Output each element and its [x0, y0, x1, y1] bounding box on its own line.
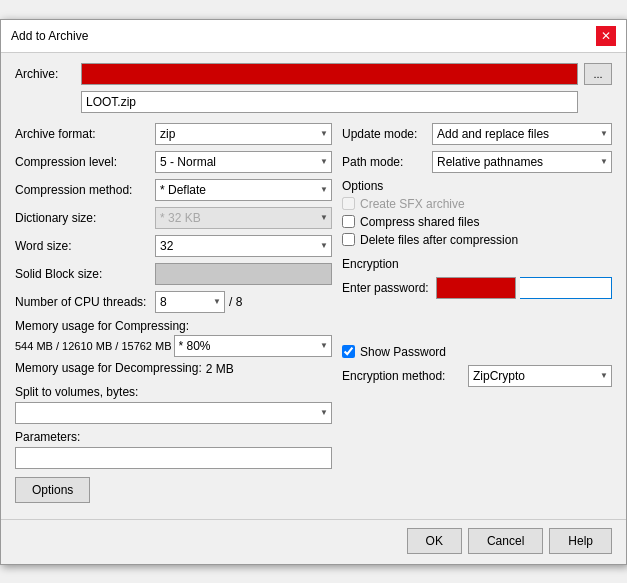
memory-decompress-value: 2 MB [206, 362, 234, 376]
word-size-label: Word size: [15, 239, 155, 253]
help-button[interactable]: Help [549, 528, 612, 554]
enc-method-row: Encryption method: ZipCrypto AES-256 [342, 365, 612, 387]
right-panel: Update mode: Add and replace files Updat… [342, 123, 612, 503]
dialog-title: Add to Archive [11, 29, 88, 43]
update-mode-select-wrap: Add and replace files Update and add fil… [432, 123, 612, 145]
word-size-row: Word size: 32 64 [15, 235, 332, 257]
encryption-title: Encryption [342, 257, 612, 271]
path-mode-label: Path mode: [342, 155, 432, 169]
params-input[interactable] [15, 447, 332, 469]
options-group: Options Create SFX archive Compress shar… [342, 179, 612, 247]
update-mode-select[interactable]: Add and replace files Update and add fil… [432, 123, 612, 145]
compression-level-label: Compression level: [15, 155, 155, 169]
enc-method-select-wrap: ZipCrypto AES-256 [468, 365, 612, 387]
dictionary-size-select: * 32 KB [155, 207, 332, 229]
add-to-archive-dialog: Add to Archive ✕ Archive: ... Archive fo… [0, 19, 627, 565]
left-panel: Archive format: zip 7z tar Compression l… [15, 123, 332, 503]
compress-shared-checkbox[interactable] [342, 215, 355, 228]
memory-decompress-section: Memory usage for Decompressing: 2 MB [15, 361, 332, 377]
dictionary-size-select-wrap: * 32 KB [155, 207, 332, 229]
split-input-wrap: 1457664 - 3.5" 650 M 700 M [15, 402, 332, 424]
memory-compress-select[interactable]: * 80% 10% 25% 50% [174, 335, 333, 357]
format-select[interactable]: zip 7z tar [155, 123, 332, 145]
cpu-threads-row: Number of CPU threads: 8 1 2 4 / 8 [15, 291, 332, 313]
compression-method-label: Compression method: [15, 183, 155, 197]
cpu-threads-select-wrap: 8 1 2 4 [155, 291, 225, 313]
archive-name-input[interactable] [81, 91, 578, 113]
word-size-select-wrap: 32 64 [155, 235, 332, 257]
create-sfx-checkbox [342, 197, 355, 210]
solid-block-input [155, 263, 332, 285]
ok-button[interactable]: OK [407, 528, 462, 554]
format-row: Archive format: zip 7z tar [15, 123, 332, 145]
format-select-wrap: zip 7z tar [155, 123, 332, 145]
split-row: Split to volumes, bytes: 1457664 - 3.5" … [15, 385, 332, 424]
path-mode-select-wrap: Relative pathnames Absolute pathnames No… [432, 151, 612, 173]
split-select-wrap: 1457664 - 3.5" 650 M 700 M [15, 402, 332, 424]
compress-shared-row: Compress shared files [342, 215, 612, 229]
encryption-group: Encryption Enter password: Show Password [342, 257, 612, 387]
show-password-checkbox[interactable] [342, 345, 355, 358]
archive-path-row: Archive: ... [15, 63, 612, 85]
options-title: Options [342, 179, 612, 193]
memory-compress-detail: 544 MB / 12610 MB / 15762 MB [15, 340, 174, 352]
compress-shared-label: Compress shared files [360, 215, 479, 229]
enc-method-select[interactable]: ZipCrypto AES-256 [468, 365, 612, 387]
memory-compress-section: Memory usage for Compressing: 544 MB / 1… [15, 319, 332, 357]
dialog-footer: OK Cancel Help [1, 519, 626, 564]
update-mode-label: Update mode: [342, 127, 432, 141]
show-password-label: Show Password [360, 345, 446, 359]
delete-files-checkbox[interactable] [342, 233, 355, 246]
cancel-button[interactable]: Cancel [468, 528, 543, 554]
compression-level-select[interactable]: 5 - Normal 0 - Store 1 - Fastest 3 - Fas… [155, 151, 332, 173]
password-spacer [342, 305, 612, 345]
path-mode-select[interactable]: Relative pathnames Absolute pathnames No… [432, 151, 612, 173]
memory-decompress-label: Memory usage for Decompressing: [15, 361, 202, 375]
split-select[interactable]: 1457664 - 3.5" 650 M 700 M [15, 402, 332, 424]
word-size-select[interactable]: 32 64 [155, 235, 332, 257]
cpu-threads-select[interactable]: 8 1 2 4 [155, 291, 225, 313]
password-red-input [436, 277, 516, 299]
compression-method-select[interactable]: * Deflate Deflate64 BZip2 LZMA [155, 179, 332, 201]
compression-method-row: Compression method: * Deflate Deflate64 … [15, 179, 332, 201]
main-content: Archive format: zip 7z tar Compression l… [15, 123, 612, 503]
cpu-threads-label: Number of CPU threads: [15, 295, 155, 309]
compression-method-select-wrap: * Deflate Deflate64 BZip2 LZMA [155, 179, 332, 201]
params-label: Parameters: [15, 430, 332, 444]
show-password-row: Show Password [342, 345, 612, 359]
archive-name-row [15, 91, 612, 113]
update-mode-row: Update mode: Add and replace files Updat… [342, 123, 612, 145]
delete-files-row: Delete files after compression [342, 233, 612, 247]
delete-files-label: Delete files after compression [360, 233, 518, 247]
archive-browse-button[interactable]: ... [584, 63, 612, 85]
memory-compress-select-wrap: * 80% 10% 25% 50% [174, 335, 333, 357]
split-label: Split to volumes, bytes: [15, 385, 332, 399]
dictionary-size-label: Dictionary size: [15, 211, 155, 225]
create-sfx-row: Create SFX archive [342, 197, 612, 211]
solid-block-label: Solid Block size: [15, 267, 155, 281]
enc-method-label: Encryption method: [342, 369, 462, 383]
password-row: Enter password: [342, 277, 612, 299]
close-button[interactable]: ✕ [596, 26, 616, 46]
options-button[interactable]: Options [15, 477, 90, 503]
compression-level-select-wrap: 5 - Normal 0 - Store 1 - Fastest 3 - Fas… [155, 151, 332, 173]
path-mode-row: Path mode: Relative pathnames Absolute p… [342, 151, 612, 173]
memory-compress-label: Memory usage for Compressing: [15, 319, 332, 333]
dictionary-size-row: Dictionary size: * 32 KB [15, 207, 332, 229]
password-white-input[interactable] [520, 277, 612, 299]
password-label: Enter password: [342, 281, 432, 295]
archive-path-red [81, 63, 578, 85]
memory-compress-row: 544 MB / 12610 MB / 15762 MB * 80% 10% 2… [15, 335, 332, 357]
cpu-threads-max: / 8 [229, 295, 242, 309]
params-section: Parameters: [15, 430, 332, 469]
compression-level-row: Compression level: 5 - Normal 0 - Store … [15, 151, 332, 173]
archive-label: Archive: [15, 67, 75, 81]
solid-block-row: Solid Block size: [15, 263, 332, 285]
create-sfx-label: Create SFX archive [360, 197, 465, 211]
format-label: Archive format: [15, 127, 155, 141]
dialog-body: Archive: ... Archive format: zip 7z [1, 53, 626, 513]
title-bar: Add to Archive ✕ [1, 20, 626, 53]
